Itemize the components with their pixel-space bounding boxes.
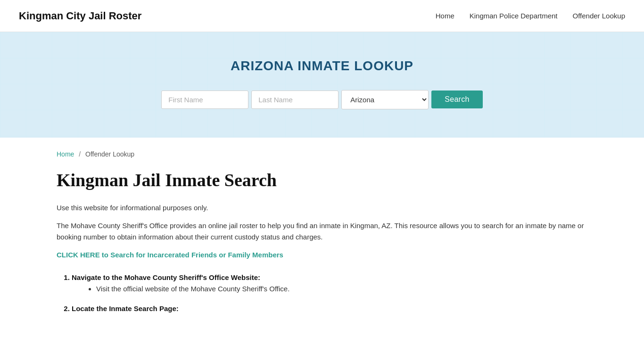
cta-link[interactable]: CLICK HERE to Search for Incarcerated Fr… <box>57 249 587 261</box>
nav-links: Home Kingman Police Department Offender … <box>436 10 625 22</box>
intro-paragraph-1: Use this website for informational purpo… <box>57 202 587 214</box>
main-nav: Home Kingman Police Department Offender … <box>436 10 625 22</box>
nav-item-home: Home <box>436 10 454 22</box>
steps-list: Navigate to the Mohave County Sheriff's … <box>57 272 587 314</box>
first-name-input[interactable] <box>161 90 248 109</box>
search-form: Arizona Search <box>9 90 635 109</box>
breadcrumb: Home / Offender Lookup <box>57 150 134 158</box>
breadcrumb-home-link[interactable]: Home <box>57 150 74 158</box>
breadcrumb-current: Offender Lookup <box>85 150 134 158</box>
step-2-label: Locate the Inmate Search Page: <box>72 304 179 313</box>
main-content: Kingman Jail Inmate Search Use this webs… <box>0 165 644 352</box>
page-title: Kingman Jail Inmate Search <box>57 170 587 191</box>
nav-link-home[interactable]: Home <box>436 12 454 20</box>
hero-banner: ARIZONA INMATE LOOKUP Arizona Search <box>0 32 644 138</box>
breadcrumb-bar: Home / Offender Lookup <box>0 138 644 165</box>
site-title-link[interactable]: Kingman City Jail Roster <box>19 8 141 24</box>
step-1: Navigate to the Mohave County Sheriff's … <box>72 272 587 295</box>
step-1-bullet-1: Visit the official website of the Mohave… <box>96 283 587 295</box>
search-button[interactable]: Search <box>431 90 483 108</box>
last-name-input[interactable] <box>251 90 339 109</box>
breadcrumb-separator: / <box>79 150 81 158</box>
hero-heading: ARIZONA INMATE LOOKUP <box>9 56 635 77</box>
state-select[interactable]: Arizona <box>341 90 429 109</box>
nav-item-offender: Offender Lookup <box>573 10 625 22</box>
site-header: Kingman City Jail Roster Home Kingman Po… <box>0 0 644 32</box>
step-1-bullets: Visit the official website of the Mohave… <box>72 283 587 295</box>
nav-link-police[interactable]: Kingman Police Department <box>470 12 558 20</box>
step-1-label: Navigate to the Mohave County Sheriff's … <box>72 273 260 281</box>
step-2: Locate the Inmate Search Page: <box>72 303 587 314</box>
nav-link-offender[interactable]: Offender Lookup <box>573 12 625 20</box>
intro-paragraph-2: The Mohave County Sheriff's Office provi… <box>57 220 587 243</box>
nav-item-police: Kingman Police Department <box>470 10 558 22</box>
